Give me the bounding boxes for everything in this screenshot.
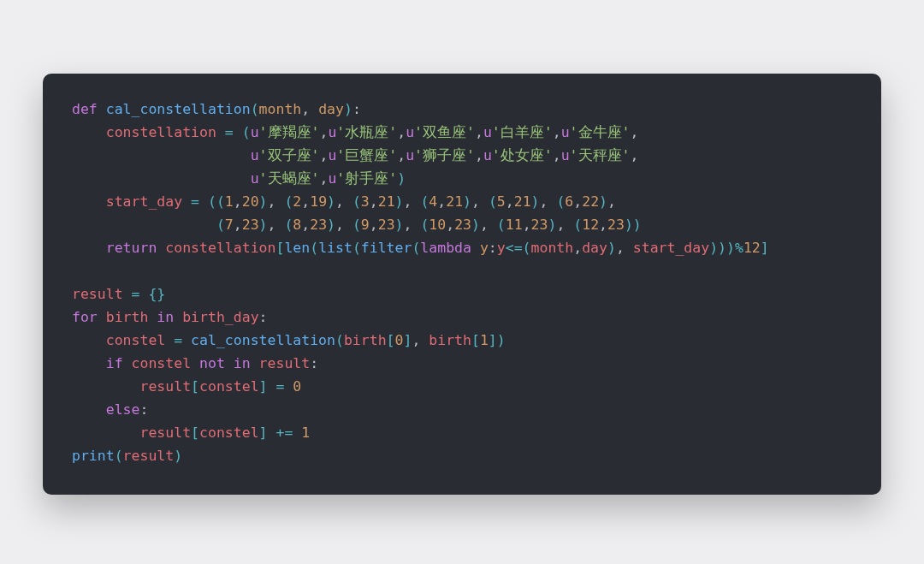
var-constel: constel	[106, 332, 166, 348]
kw-def: def	[72, 101, 98, 117]
param-day: day	[318, 101, 344, 117]
z3: 白羊座	[500, 124, 544, 140]
code-window: def cal_constellation(month, day): const…	[43, 74, 881, 495]
code-block: def cal_constellation(month, day): const…	[72, 98, 852, 467]
z1: 水瓶座	[345, 124, 388, 140]
var-result: result	[72, 286, 123, 302]
var-start-day: start_day	[106, 193, 182, 210]
z11: 射手座	[345, 170, 388, 187]
var-birth: birth	[106, 309, 149, 325]
z10: 天蝎座	[268, 170, 311, 187]
kw-return: return	[106, 240, 157, 256]
z7: 狮子座	[423, 147, 466, 163]
z5: 双子座	[268, 147, 311, 163]
z2: 双鱼座	[423, 124, 466, 140]
z0: 摩羯座	[268, 124, 311, 140]
builtin-print: print	[72, 448, 115, 464]
var-constellation: constellation	[106, 124, 216, 140]
fn-name: cal_constellation	[106, 101, 251, 117]
z6: 巨蟹座	[345, 147, 388, 163]
z4: 金牛座	[578, 124, 622, 140]
param-month: month	[259, 101, 302, 117]
z9: 天秤座	[578, 147, 622, 163]
var-birth-day: birth_day	[182, 309, 258, 325]
z8: 处女座	[500, 147, 544, 163]
